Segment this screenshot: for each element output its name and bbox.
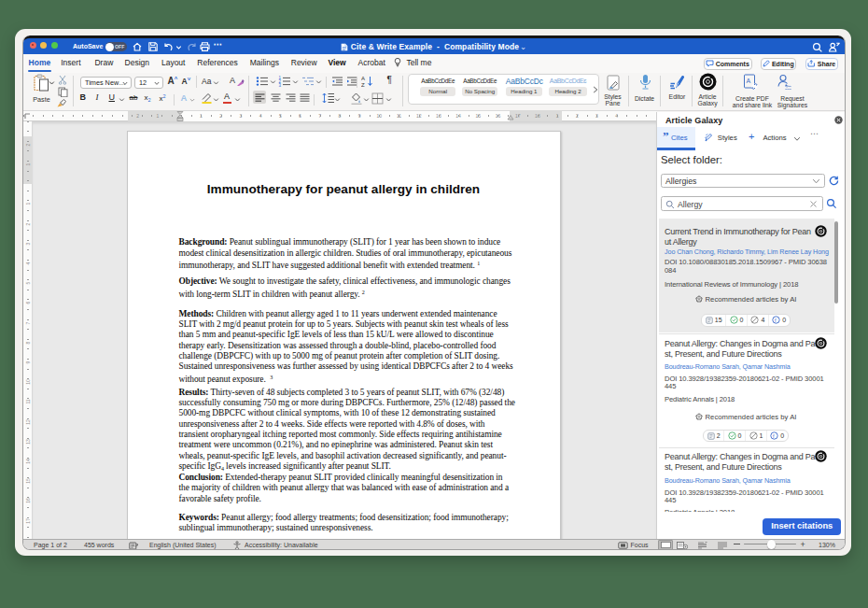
- svg-text:Z: Z: [361, 82, 365, 88]
- svg-text:f: f: [775, 318, 777, 323]
- svg-text:A: A: [746, 78, 750, 84]
- svg-text:3: 3: [278, 83, 281, 87]
- svg-text:A: A: [361, 76, 365, 81]
- svg-text:f: f: [773, 432, 775, 438]
